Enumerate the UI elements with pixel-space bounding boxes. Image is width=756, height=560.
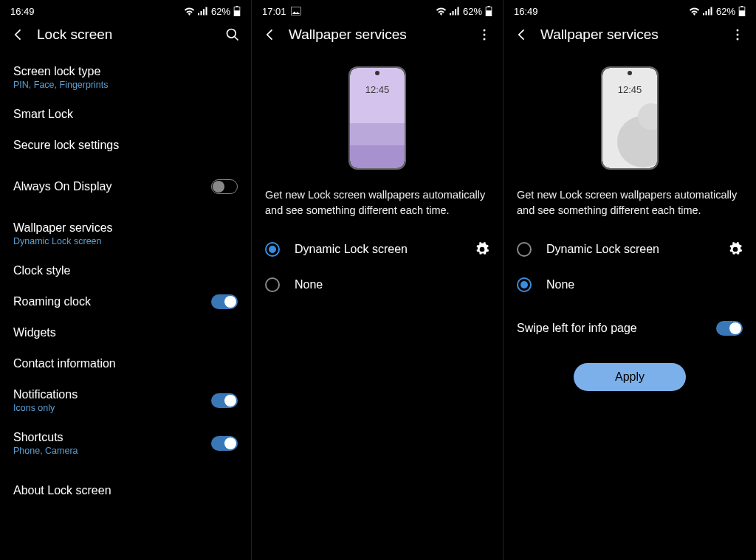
item-label: Wallpaper services — [13, 221, 238, 235]
wifi-icon — [689, 7, 700, 15]
svg-point-8 — [484, 30, 486, 32]
status-bar: 16:49 62% — [0, 0, 251, 19]
status-right: 62% — [436, 6, 492, 17]
item-roaming-clock[interactable]: Roaming clock — [0, 286, 251, 317]
radio-button[interactable] — [265, 277, 280, 292]
wallpaper-preview: 12:45 — [252, 56, 503, 187]
item-label: Contact information — [13, 357, 238, 370]
svg-rect-7 — [486, 10, 492, 16]
page-title: Wallpaper services — [289, 27, 476, 43]
section-gap — [0, 202, 251, 212]
item-label: Swipe left for info page — [517, 322, 743, 335]
signal-icon — [450, 7, 460, 15]
item-label: Shortcuts — [13, 431, 238, 444]
item-screen-lock-type[interactable]: Screen lock type PIN, Face, Fingerprints — [0, 56, 251, 99]
more-vert-icon — [731, 28, 744, 41]
option-dynamic-lock-screen[interactable]: Dynamic Lock screen — [504, 232, 756, 267]
notifications-toggle[interactable] — [211, 393, 238, 408]
item-wallpaper-services[interactable]: Wallpaper services Dynamic Lock screen — [0, 212, 251, 255]
page-title: Wallpaper services — [540, 27, 729, 43]
screen-wallpaper-services-dynamic: 17:01 62% Wallpaper services 12:45 Get n… — [252, 0, 504, 560]
item-label: Roaming clock — [13, 295, 238, 308]
screen-wallpaper-services-none: 16:49 62% Wallpaper services 12:45 Get n… — [504, 0, 756, 560]
back-button[interactable] — [514, 27, 530, 43]
svg-point-14 — [737, 30, 739, 32]
chevron-left-icon — [515, 27, 529, 42]
signal-icon — [703, 7, 713, 15]
page-title: Lock screen — [37, 27, 224, 43]
item-label: Screen lock type — [13, 65, 238, 78]
settings-button[interactable] — [475, 242, 489, 257]
option-none[interactable]: None — [252, 267, 503, 303]
item-label: Always On Display — [13, 180, 238, 193]
description: Get new Lock screen wallpapers automatic… — [252, 187, 503, 232]
item-always-on-display[interactable]: Always On Display — [0, 171, 251, 202]
status-right: 62% — [689, 6, 746, 17]
item-label: Smart Lock — [13, 108, 238, 121]
item-label: Secure lock settings — [13, 139, 238, 152]
search-icon — [225, 27, 240, 42]
option-label: None — [546, 278, 743, 291]
back-button[interactable] — [10, 27, 27, 43]
apply-wrap: Apply — [504, 344, 756, 391]
item-swipe-info-page[interactable]: Swipe left for info page — [504, 313, 756, 344]
svg-point-9 — [484, 34, 486, 36]
option-label: None — [295, 278, 489, 291]
apply-button[interactable]: Apply — [574, 363, 686, 391]
item-shortcuts[interactable]: Shortcuts Phone, Camera — [0, 422, 251, 465]
item-sub: Icons only — [13, 403, 238, 413]
mock-time: 12:45 — [350, 84, 405, 95]
status-time: 16:49 — [514, 6, 538, 17]
gear-icon — [728, 242, 743, 257]
status-bar: 17:01 62% — [252, 0, 503, 19]
search-button[interactable] — [224, 27, 241, 43]
item-about-lock-screen[interactable]: About Lock screen — [0, 475, 251, 506]
swipe-toggle[interactable] — [716, 321, 743, 336]
signal-icon — [198, 7, 208, 15]
item-label: About Lock screen — [13, 484, 238, 497]
gear-icon — [475, 242, 489, 257]
svg-rect-13 — [739, 10, 745, 16]
aod-toggle[interactable] — [211, 179, 238, 194]
option-none[interactable]: None — [504, 267, 756, 303]
phone-mockup: 12:45 — [601, 66, 659, 170]
chevron-left-icon — [11, 27, 26, 42]
item-label: Notifications — [13, 388, 238, 401]
mock-time: 12:45 — [602, 84, 657, 95]
item-smart-lock[interactable]: Smart Lock — [0, 99, 251, 130]
item-sub: Phone, Camera — [13, 446, 238, 456]
shortcuts-toggle[interactable] — [211, 436, 238, 451]
item-secure-lock-settings[interactable]: Secure lock settings — [0, 130, 251, 161]
status-bar: 16:49 62% — [504, 0, 756, 19]
more-button[interactable] — [729, 27, 746, 43]
item-label: Clock style — [13, 264, 238, 277]
roaming-toggle[interactable] — [211, 294, 238, 309]
item-clock-style[interactable]: Clock style — [0, 255, 251, 286]
radio-button[interactable] — [517, 242, 532, 257]
radio-button[interactable] — [265, 242, 280, 257]
item-widgets[interactable]: Widgets — [0, 317, 251, 348]
item-notifications[interactable]: Notifications Icons only — [0, 379, 251, 422]
battery-icon — [738, 6, 746, 16]
more-vert-icon — [478, 28, 491, 41]
header: Wallpaper services — [504, 19, 756, 56]
wallpaper-preview: 12:45 — [504, 56, 756, 187]
option-dynamic-lock-screen[interactable]: Dynamic Lock screen — [252, 232, 503, 267]
status-time: 16:49 — [10, 6, 35, 17]
wifi-icon — [436, 7, 447, 15]
svg-point-3 — [227, 30, 236, 38]
battery-pct: 62% — [463, 6, 482, 17]
image-icon — [291, 7, 301, 15]
more-button[interactable] — [476, 27, 492, 43]
section-gap — [0, 161, 251, 171]
settings-button[interactable] — [728, 242, 743, 257]
item-contact-information[interactable]: Contact information — [0, 348, 251, 379]
battery-icon — [485, 6, 492, 16]
radio-button[interactable] — [517, 277, 532, 292]
chevron-left-icon — [263, 27, 278, 42]
header: Lock screen — [0, 19, 251, 56]
screen-lockscreen-settings: 16:49 62% Lock screen Screen lock type P… — [0, 0, 252, 560]
battery-icon — [233, 6, 241, 16]
back-button[interactable] — [262, 27, 278, 43]
battery-pct: 62% — [211, 6, 230, 17]
